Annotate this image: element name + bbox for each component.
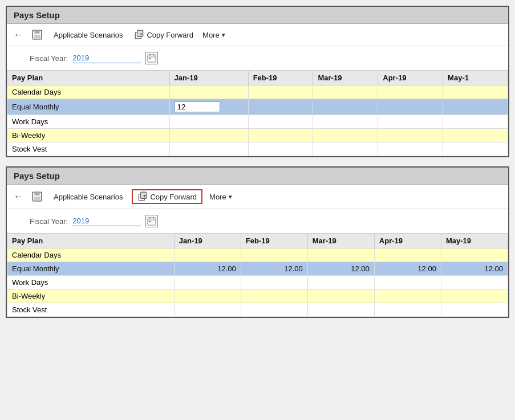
copy-forward-button-2[interactable]: Copy Forward xyxy=(132,189,202,204)
cell-value xyxy=(307,276,374,289)
table-header-row-2: Pay Plan Jan-19 Feb-19 Mar-19 Apr-19 May… xyxy=(7,234,508,248)
cell-value xyxy=(443,129,508,142)
cell-value xyxy=(443,142,508,156)
cell-value xyxy=(443,85,508,99)
cell-value xyxy=(378,115,443,129)
table-row: Bi-Weekly xyxy=(7,289,508,303)
cell-value xyxy=(307,248,374,262)
fiscal-year-value-1: 2019 xyxy=(72,54,141,63)
more-button-2[interactable]: More ▼ xyxy=(209,193,233,201)
col-header-jan-2: Jan-19 xyxy=(174,234,241,248)
col-header-feb: Feb-19 xyxy=(248,71,313,85)
panel-2-toolbar: ← Applicable Scenarios xyxy=(7,185,508,209)
table-row: Work Days xyxy=(7,115,508,129)
cell-value xyxy=(441,303,508,317)
cell-value xyxy=(374,276,441,289)
applicable-scenarios-label-2: Applicable Scenarios xyxy=(54,193,123,201)
cell-value xyxy=(241,248,307,262)
payplan-name: Bi-Weekly xyxy=(7,289,175,303)
copy-forward-label: Copy Forward xyxy=(147,31,193,39)
cell-value[interactable] xyxy=(169,99,248,115)
svg-rect-7 xyxy=(148,55,156,62)
applicable-scenarios-button-2[interactable]: Applicable Scenarios xyxy=(51,191,125,202)
cell-value xyxy=(313,142,378,156)
cell-value xyxy=(443,115,508,129)
payplan-name: Calendar Days xyxy=(7,248,175,262)
svg-rect-1 xyxy=(35,30,40,34)
col-header-feb-2: Feb-19 xyxy=(241,234,307,248)
payplan-name: Work Days xyxy=(7,276,175,289)
cell-value xyxy=(248,129,313,142)
svg-rect-11 xyxy=(149,58,151,59)
panel-1-toolbar: ← Applicable Scenarios xyxy=(7,24,508,46)
svg-rect-4 xyxy=(137,30,143,36)
col-header-payplan: Pay Plan xyxy=(7,71,170,85)
cell-value xyxy=(378,142,443,156)
cell-value xyxy=(374,248,441,262)
col-header-mar-2: Mar-19 xyxy=(307,234,374,248)
cell-value xyxy=(169,85,248,99)
cell-value xyxy=(313,115,378,129)
save-icon-2 xyxy=(32,191,42,202)
table-row: Equal Monthly xyxy=(7,99,508,115)
cell-value xyxy=(441,289,508,303)
cell-value xyxy=(174,276,241,289)
cell-value xyxy=(169,115,248,129)
save-icon xyxy=(32,30,42,40)
cell-value xyxy=(169,142,248,156)
col-header-mar: Mar-19 xyxy=(313,71,378,85)
cell-value: 12.00 xyxy=(241,262,307,276)
table-header-row: Pay Plan Jan-19 Feb-19 Mar-19 Apr-19 May… xyxy=(7,71,508,85)
cell-value xyxy=(441,248,508,262)
save-button-2[interactable] xyxy=(30,190,44,203)
fiscal-year-label-2: Fiscal Year: xyxy=(30,217,68,226)
payplan-name: Stock Vest xyxy=(7,142,170,156)
col-header-jan: Jan-19 xyxy=(169,71,248,85)
col-header-payplan-2: Pay Plan xyxy=(7,234,175,248)
back-button[interactable]: ← xyxy=(14,30,23,40)
cell-value xyxy=(241,289,307,303)
save-button[interactable] xyxy=(30,28,44,41)
cell-value xyxy=(174,303,241,317)
table-row: Bi-Weekly xyxy=(7,129,508,142)
copy-forward-button[interactable]: Copy Forward xyxy=(132,28,196,41)
panel-1: Pays Setup ← Applicable Scenarios xyxy=(6,6,509,157)
cell-value xyxy=(374,289,441,303)
cell-value xyxy=(307,303,374,317)
cell-value xyxy=(248,142,313,156)
col-header-apr-2: Apr-19 xyxy=(374,234,441,248)
copy-forward-icon xyxy=(134,30,144,40)
cell-value: 12.00 xyxy=(307,262,374,276)
cell-value xyxy=(443,99,508,115)
cell-value xyxy=(241,276,307,289)
table-row: Stock Vest xyxy=(7,142,508,156)
col-header-may-2: May-19 xyxy=(441,234,508,248)
cell-value xyxy=(313,129,378,142)
payplan-name: Equal Monthly xyxy=(7,262,175,276)
cell-value: 12.00 xyxy=(374,262,441,276)
payplan-name: Work Days xyxy=(7,115,170,129)
equal-monthly-jan-input[interactable] xyxy=(175,101,220,112)
cell-value xyxy=(378,99,443,115)
fiscal-row-2: Fiscal Year: 2019 xyxy=(7,209,508,233)
svg-rect-14 xyxy=(34,197,40,201)
calendar-picker-1[interactable] xyxy=(145,52,158,64)
payplan-name: Equal Monthly xyxy=(7,99,170,115)
svg-rect-19 xyxy=(148,218,156,225)
more-button[interactable]: More ▼ xyxy=(202,31,226,39)
back-button-2[interactable]: ← xyxy=(14,191,23,202)
svg-rect-23 xyxy=(149,221,151,222)
cell-value xyxy=(174,289,241,303)
cell-value xyxy=(248,99,313,115)
panel-1-title: Pays Setup xyxy=(7,7,508,24)
table-row: Calendar Days xyxy=(7,248,508,262)
cell-value xyxy=(378,85,443,99)
more-dropdown-arrow-2: ▼ xyxy=(228,194,233,200)
calendar-picker-2[interactable] xyxy=(145,215,158,227)
copy-forward-icon-2 xyxy=(137,191,148,202)
applicable-scenarios-label: Applicable Scenarios xyxy=(54,31,123,39)
fiscal-row-1: Fiscal Year: 2019 xyxy=(7,46,508,70)
cell-value xyxy=(307,289,374,303)
cell-value xyxy=(378,129,443,142)
applicable-scenarios-button[interactable]: Applicable Scenarios xyxy=(51,30,125,40)
